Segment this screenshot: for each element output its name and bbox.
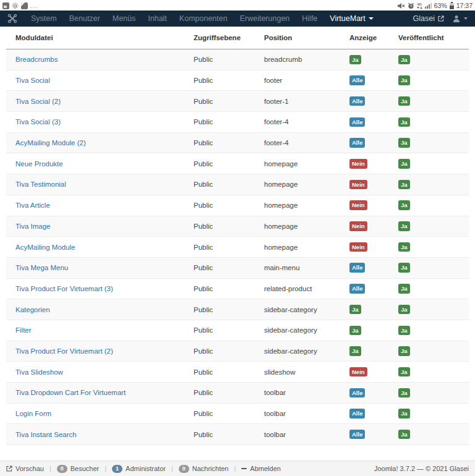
column-header-veroeffentlicht: Veröffentlicht: [398, 34, 469, 41]
menu-item-virtuemart[interactable]: VirtueMart: [323, 14, 379, 23]
module-link[interactable]: Tiva Instant Search: [15, 431, 77, 438]
admin-navbar: System Benutzer Menüs Inhalt Komponenten…: [0, 11, 475, 27]
module-link[interactable]: AcyMailing Module (2): [15, 139, 86, 147]
display-badge[interactable]: Ja: [349, 346, 361, 356]
published-badge[interactable]: Ja: [398, 117, 410, 127]
published-badge[interactable]: Ja: [398, 346, 410, 356]
published-badge[interactable]: Ja: [398, 159, 410, 169]
module-position: main-menu: [264, 264, 349, 271]
external-link-icon: [6, 465, 12, 472]
display-badge[interactable]: Alle: [349, 388, 365, 398]
preview-link[interactable]: Vorschau: [6, 465, 44, 472]
published-badge[interactable]: Ja: [398, 263, 410, 273]
messages-status[interactable]: 0 Nachrichten: [179, 465, 229, 473]
module-link[interactable]: Tiva Social (2): [15, 98, 61, 105]
display-badge[interactable]: Alle: [349, 263, 365, 273]
published-badge[interactable]: Ja: [398, 180, 410, 190]
logout-link[interactable]: Abmelden: [241, 465, 281, 472]
table-row: Tiva Image Public homepage Nein Ja: [6, 216, 469, 237]
published-badge[interactable]: Ja: [398, 388, 410, 398]
module-link[interactable]: Neue Produkte: [15, 160, 63, 168]
access-level: Public: [194, 56, 264, 63]
published-badge[interactable]: Ja: [398, 75, 410, 85]
display-badge[interactable]: Nein: [349, 180, 367, 190]
published-badge[interactable]: Ja: [398, 200, 410, 210]
menu-item-hilfe[interactable]: Hilfe: [296, 14, 323, 23]
module-link[interactable]: Tiva Social: [15, 77, 50, 84]
published-badge[interactable]: Ja: [398, 138, 410, 148]
access-level: Public: [194, 77, 264, 84]
view-site-link[interactable]: Glasei: [413, 14, 444, 23]
module-link[interactable]: Login Form: [15, 410, 51, 417]
display-badge[interactable]: Nein: [349, 242, 367, 252]
module-link[interactable]: Tiva Testimonial: [15, 181, 66, 188]
access-level: Public: [194, 368, 264, 376]
display-badge[interactable]: Alle: [349, 409, 365, 419]
display-badge[interactable]: Ja: [349, 326, 361, 336]
table-row: Filter Public sidebar-category Ja Ja: [6, 320, 469, 341]
user-menu[interactable]: [453, 15, 468, 23]
display-badge[interactable]: Alle: [349, 96, 365, 106]
display-badge[interactable]: Alle: [349, 284, 365, 294]
access-level: Public: [194, 98, 264, 105]
access-level: Public: [194, 139, 264, 147]
module-position: toolbar: [264, 431, 349, 438]
access-level: Public: [194, 306, 264, 313]
module-link[interactable]: Tiva Image: [15, 223, 50, 230]
module-link[interactable]: Breadcrumbs: [15, 56, 58, 63]
access-level: Public: [194, 285, 264, 292]
published-badge[interactable]: Ja: [398, 326, 410, 336]
table-row: AcyMailing Module (2) Public footer-4 Al…: [6, 133, 469, 154]
published-badge[interactable]: Ja: [398, 96, 410, 106]
module-link[interactable]: Tiva Slideshow: [15, 368, 63, 376]
module-link[interactable]: Kategorien: [15, 306, 50, 313]
column-header-moduldatei: Moduldatei: [15, 34, 194, 41]
published-badge[interactable]: Ja: [398, 284, 410, 294]
menu-item-mens[interactable]: Menüs: [106, 14, 142, 23]
access-level: Public: [194, 326, 264, 334]
module-link[interactable]: Tiva Social (3): [15, 118, 61, 125]
column-header-position: Position: [264, 34, 349, 41]
access-level: Public: [194, 347, 264, 355]
module-position: homepage: [264, 244, 349, 251]
module-link[interactable]: Filter: [15, 326, 32, 334]
display-badge[interactable]: Nein: [349, 367, 367, 377]
access-level: Public: [194, 181, 264, 188]
display-badge[interactable]: Alle: [349, 138, 365, 148]
screenshot-notification-icon: [21, 2, 28, 9]
module-link[interactable]: Tiva Dropdown Cart For Virtuemart: [15, 389, 126, 396]
table-row: Tiva Article Public homepage Nein Ja: [6, 195, 469, 216]
display-badge[interactable]: Alle: [349, 430, 365, 440]
menu-item-komponenten[interactable]: Komponenten: [173, 14, 234, 23]
published-badge[interactable]: Ja: [398, 55, 410, 65]
visitors-count-badge: 0: [57, 465, 67, 473]
module-position: footer-1: [264, 98, 349, 105]
display-badge[interactable]: Ja: [349, 305, 361, 315]
display-badge[interactable]: Nein: [349, 200, 367, 210]
module-link[interactable]: Tiva Product For Virtuemart (3): [15, 285, 113, 292]
menu-item-system[interactable]: System: [25, 14, 63, 23]
display-badge[interactable]: Nein: [349, 159, 367, 169]
menu-item-benutzer[interactable]: Benutzer: [63, 14, 106, 23]
display-badge[interactable]: Nein: [349, 221, 367, 231]
module-link[interactable]: Tiva Article: [15, 202, 50, 209]
clock-time: 17:37: [456, 2, 473, 9]
published-badge[interactable]: Ja: [398, 305, 410, 315]
published-badge[interactable]: Ja: [398, 221, 410, 231]
published-badge[interactable]: Ja: [398, 430, 410, 440]
module-link[interactable]: Tiva Mega Menu: [15, 264, 68, 271]
admin-menu: System Benutzer Menüs Inhalt Komponenten…: [25, 14, 380, 23]
display-badge[interactable]: Alle: [349, 117, 365, 127]
display-badge[interactable]: Ja: [349, 55, 361, 65]
module-position: toolbar: [264, 410, 349, 417]
display-badge[interactable]: Alle: [349, 75, 365, 85]
published-badge[interactable]: Ja: [398, 409, 410, 419]
admins-count-badge: 1: [112, 465, 122, 473]
published-badge[interactable]: Ja: [398, 367, 410, 377]
module-link[interactable]: AcyMailing Module: [15, 244, 75, 251]
chevron-down-icon: [369, 17, 374, 20]
published-badge[interactable]: Ja: [398, 242, 410, 252]
module-link[interactable]: Tiva Product For Virtuemart (2): [15, 347, 113, 355]
menu-item-inhalt[interactable]: Inhalt: [142, 14, 173, 23]
menu-item-erweiterungen[interactable]: Erweiterungen: [234, 14, 296, 23]
